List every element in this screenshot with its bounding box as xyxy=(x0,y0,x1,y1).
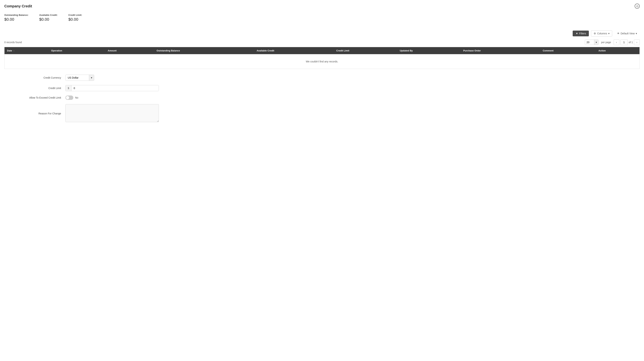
credit-limit-summary-value: $0.00 xyxy=(68,17,82,22)
credit-currency-select-wrapper[interactable]: US Dollar Euro GBP ▾ xyxy=(66,75,94,81)
credit-currency-control: US Dollar Euro GBP ▾ xyxy=(66,75,159,81)
outstanding-balance-value: $0.00 xyxy=(4,17,28,22)
allow-exceed-row: Allow To Exceed Credit Limit No xyxy=(26,96,159,100)
credit-limit-summary-label: Credit Limit: xyxy=(68,14,82,16)
filters-label: Filters xyxy=(579,32,586,35)
close-icon[interactable]: ⊙ xyxy=(635,4,640,9)
col-action[interactable]: Action xyxy=(596,47,640,54)
empty-message: We couldn't find any records. xyxy=(4,54,640,69)
credit-limit-input-wrap: $ xyxy=(66,85,159,91)
toggle-wrap: No xyxy=(66,96,159,100)
view-button[interactable]: 👁 Default View ▾ xyxy=(614,31,640,37)
credit-currency-select[interactable]: US Dollar Euro GBP xyxy=(66,75,89,81)
credit-currency-label: Credit Currency xyxy=(26,76,66,79)
col-updated-by[interactable]: Updated By xyxy=(397,47,461,54)
col-amount[interactable]: Amount xyxy=(105,47,154,54)
col-available-credit[interactable]: Available Credit xyxy=(254,47,334,54)
page-number-input[interactable] xyxy=(620,39,628,45)
col-purchase-order[interactable]: Purchase Order xyxy=(461,47,540,54)
reason-control xyxy=(66,104,159,123)
per-page-label: per page xyxy=(601,41,611,44)
reason-row: Reason For Change xyxy=(26,104,159,123)
table-body: We couldn't find any records. xyxy=(4,54,640,69)
toolbar: ▼ Filters ⚙ Columns ▾ 👁 Default View ▾ xyxy=(4,31,640,37)
summary-row: Outstanding Balance: $0.00 Available Cre… xyxy=(4,14,640,25)
chevron-down-icon: ▾ xyxy=(608,32,610,35)
filters-button[interactable]: ▼ Filters xyxy=(573,31,589,36)
data-table: Date ↑ Operation Amount Outstanding Bala… xyxy=(4,47,640,69)
credit-limit-prefix: $ xyxy=(66,85,72,91)
allow-exceed-control: No xyxy=(66,96,159,100)
available-credit-item: Available Credit: $0.00 xyxy=(39,14,58,22)
outstanding-balance-item: Outstanding Balance: $0.00 xyxy=(4,14,28,22)
reason-label: Reason For Change xyxy=(26,112,66,115)
col-operation[interactable]: Operation xyxy=(48,47,105,54)
credit-limit-row: Credit Limit $ xyxy=(26,85,159,91)
credit-limit-input[interactable] xyxy=(72,85,159,91)
eye-icon: 👁 xyxy=(617,32,620,35)
credit-limit-label: Credit Limit xyxy=(26,87,66,90)
page-of: of 1 xyxy=(629,41,633,44)
columns-button[interactable]: ⚙ Columns ▾ xyxy=(591,31,612,37)
records-found: 0 records found xyxy=(4,41,22,44)
form-section: Credit Currency US Dollar Euro GBP ▾ Cre… xyxy=(26,75,159,123)
outstanding-balance-label: Outstanding Balance: xyxy=(4,14,28,16)
per-page-dropdown-arrow[interactable]: ▾ xyxy=(594,40,598,45)
col-credit-limit[interactable]: Credit Limit xyxy=(334,47,397,54)
col-comment[interactable]: Comment xyxy=(540,47,596,54)
records-row: 0 records found 20 50 100 ▾ per page ‹ o… xyxy=(4,39,640,45)
empty-row: We couldn't find any records. xyxy=(4,54,640,69)
table-header: Date ↑ Operation Amount Outstanding Bala… xyxy=(4,47,640,54)
credit-currency-dropdown-arrow[interactable]: ▾ xyxy=(89,75,94,81)
chevron-down-icon-view: ▾ xyxy=(636,32,637,35)
allow-exceed-status: No xyxy=(75,96,78,99)
credit-limit-item: Credit Limit: $0.00 xyxy=(68,14,82,22)
view-label: Default View xyxy=(621,32,635,35)
allow-exceed-label: Allow To Exceed Credit Limit xyxy=(26,96,66,99)
reason-textarea[interactable] xyxy=(66,104,159,122)
per-page-select[interactable]: 20 50 100 ▾ xyxy=(585,40,598,45)
col-date[interactable]: Date ↑ xyxy=(4,47,49,54)
page-header: Company Credit ⊙ xyxy=(4,4,640,9)
prev-page-button[interactable]: ‹ xyxy=(614,39,620,45)
credit-currency-row: Credit Currency US Dollar Euro GBP ▾ xyxy=(26,75,159,81)
allow-exceed-toggle[interactable] xyxy=(66,96,73,100)
next-page-button[interactable]: › xyxy=(634,39,640,45)
sort-icon-date: ↑ xyxy=(14,50,14,52)
col-outstanding-balance[interactable]: Outstanding Balance xyxy=(154,47,254,54)
credit-limit-control: $ xyxy=(66,85,159,91)
table-header-row: Date ↑ Operation Amount Outstanding Bala… xyxy=(4,47,640,54)
available-credit-label: Available Credit: xyxy=(39,14,58,16)
page-title: Company Credit xyxy=(4,4,32,8)
pagination-controls: 20 50 100 ▾ per page ‹ of 1 › xyxy=(585,39,640,45)
available-credit-value: $0.00 xyxy=(39,17,58,22)
filter-icon: ▼ xyxy=(576,32,578,35)
toggle-slider xyxy=(66,96,73,100)
columns-label: Columns xyxy=(597,32,607,35)
gear-icon: ⚙ xyxy=(594,32,596,35)
per-page-dropdown[interactable]: 20 50 100 xyxy=(585,40,594,45)
